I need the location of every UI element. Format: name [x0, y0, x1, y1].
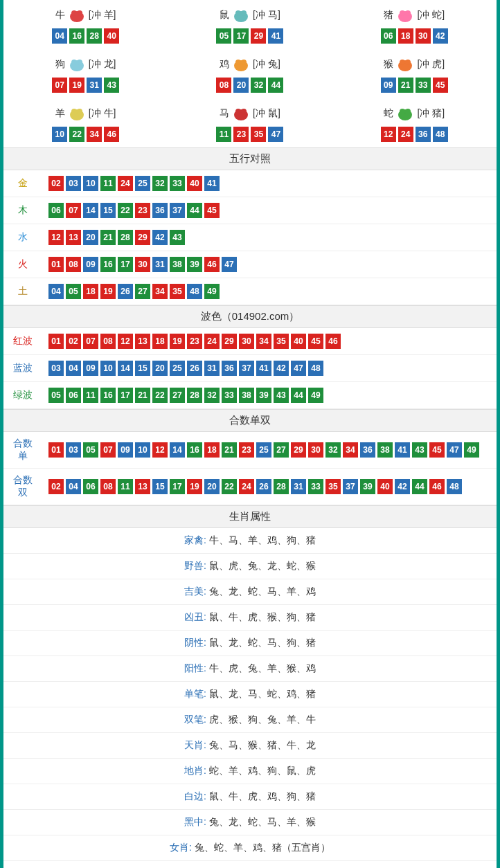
- row-numbers: 05061116172122272832333839434449: [42, 382, 497, 409]
- row-numbers: 0103050709101214161821232527293032343638…: [42, 432, 497, 469]
- number-badge: 14: [170, 442, 185, 458]
- attr-label: 女肖:: [170, 842, 192, 853]
- number-badge: 46: [104, 127, 119, 142]
- number-badge: 10: [135, 442, 150, 458]
- row-label: 水: [3, 224, 42, 251]
- number-badge: 07: [52, 78, 67, 93]
- number-badge: 17: [233, 28, 249, 44]
- zodiac-name: 猪: [384, 9, 393, 21]
- number-badge: 08: [100, 334, 116, 349]
- row-numbers: 03040910141520252631363741424748: [42, 355, 497, 382]
- number-badge: 42: [274, 361, 289, 376]
- row-numbers: 0108091617303138394647: [42, 251, 497, 278]
- row-numbers: 04051819262734354849: [42, 278, 497, 305]
- number-badge: 16: [100, 388, 116, 403]
- number-badge: 11: [100, 176, 116, 191]
- heshu-header: 合数单双: [3, 409, 497, 432]
- number-badge: 21: [222, 442, 237, 458]
- number-badge: 02: [66, 334, 81, 349]
- row-label: 合数双: [3, 469, 42, 505]
- attr-value: 兔、龙、蛇、马、羊、鸡: [209, 586, 316, 597]
- attr-label: 单笔:: [184, 688, 206, 699]
- number-badge: 35: [251, 127, 266, 142]
- number-badge: 31: [291, 479, 306, 494]
- number-badge: 27: [135, 284, 150, 299]
- number-badge: 04: [52, 28, 67, 44]
- svg-point-14: [241, 60, 247, 65]
- number-badge: 11: [83, 388, 98, 403]
- number-badge: 33: [308, 479, 323, 494]
- number-badge: 06: [381, 28, 396, 44]
- svg-point-10: [71, 60, 77, 65]
- number-badge: 26: [187, 361, 202, 376]
- zodiac-name: 猴: [384, 58, 393, 71]
- number-badge: 16: [187, 442, 202, 458]
- number-badge: 47: [268, 127, 283, 142]
- number-badge: 20: [83, 230, 98, 245]
- number-badge: 45: [429, 442, 445, 458]
- number-badge: 22: [118, 203, 133, 218]
- number-badge: 46: [429, 479, 445, 494]
- number-badge: 06: [83, 479, 98, 494]
- number-badge: 03: [66, 442, 81, 458]
- zodiac-name: 马: [220, 107, 229, 120]
- row-numbers: 1213202128294243: [42, 224, 497, 251]
- row-numbers: 06071415222336374445: [42, 197, 497, 224]
- number-badge: 12: [48, 230, 64, 245]
- attr-label: 阳性:: [184, 662, 206, 673]
- attr-row: 黑中:兔、龙、蛇、马、羊、猴: [3, 810, 497, 835]
- row-label: 合数单: [3, 432, 42, 469]
- page: 牛[冲 羊]04162840鼠[冲 马]05172941猪[冲 蛇]061830…: [0, 0, 500, 868]
- number-badge: 31: [204, 361, 220, 376]
- zodiac-name: 鸡: [220, 58, 229, 71]
- attr-value: 蛇、羊、鸡、狗、鼠、虎: [209, 765, 316, 776]
- number-badge: 21: [135, 388, 150, 403]
- number-badge: 23: [239, 442, 254, 458]
- attr-row: 阴性:鼠、龙、蛇、马、狗、猪: [3, 631, 497, 656]
- attr-value: 兔、蛇、羊、鸡、猪（五宫肖）: [195, 842, 330, 853]
- number-badge: 25: [135, 176, 150, 191]
- number-badge: 45: [433, 78, 448, 93]
- number-badge: 37: [170, 203, 185, 218]
- attr-value: 鼠、牛、虎、鸡、狗、猪: [209, 790, 316, 802]
- number-badge: 17: [170, 479, 185, 494]
- zodiac-cell: 猴[冲 虎]09213345: [332, 49, 497, 98]
- number-badge: 42: [152, 230, 168, 245]
- zodiac-clash: [冲 兔]: [253, 58, 280, 71]
- zodiac-name: 鼠: [220, 9, 229, 21]
- number-badge: 40: [104, 28, 119, 44]
- number-badge: 44: [291, 388, 306, 403]
- zodiac-icon: [66, 7, 87, 24]
- attr-label: 阴性:: [184, 637, 206, 648]
- attr-label: 双笔:: [184, 714, 206, 725]
- number-badge: 40: [377, 479, 393, 494]
- number-badge: 34: [256, 334, 271, 349]
- zodiac-clash: [冲 龙]: [89, 58, 116, 71]
- number-badge: 46: [325, 334, 341, 349]
- number-badge: 48: [433, 127, 448, 142]
- number-badge: 13: [135, 479, 150, 494]
- number-badge: 33: [170, 176, 185, 191]
- attr-value: 牛、马、羊、鸡、狗、猪: [209, 534, 316, 545]
- zodiac-icon: [395, 105, 416, 122]
- number-badge: 44: [187, 203, 202, 218]
- row-numbers: 0102070812131819232429303435404546: [42, 328, 497, 355]
- number-badge: 04: [66, 361, 81, 376]
- number-badge: 15: [152, 479, 168, 494]
- zodiac-clash: [冲 虎]: [417, 58, 445, 71]
- number-badge: 28: [187, 388, 202, 403]
- number-badge: 39: [256, 388, 271, 403]
- number-badge: 48: [447, 479, 462, 494]
- attr-row: 双笔:虎、猴、狗、兔、羊、牛: [3, 707, 497, 733]
- svg-point-23: [241, 109, 247, 114]
- svg-point-4: [235, 10, 241, 16]
- number-badge: 20: [204, 479, 220, 494]
- number-badge: 24: [239, 479, 254, 494]
- number-badge: 09: [83, 257, 98, 272]
- number-badge: 12: [381, 127, 396, 142]
- number-badge: 16: [69, 28, 84, 44]
- number-badge: 41: [268, 28, 283, 44]
- attr-row: 野兽:鼠、虎、兔、龙、蛇、猴: [3, 554, 497, 579]
- number-badge: 25: [170, 361, 185, 376]
- number-badge: 07: [83, 334, 98, 349]
